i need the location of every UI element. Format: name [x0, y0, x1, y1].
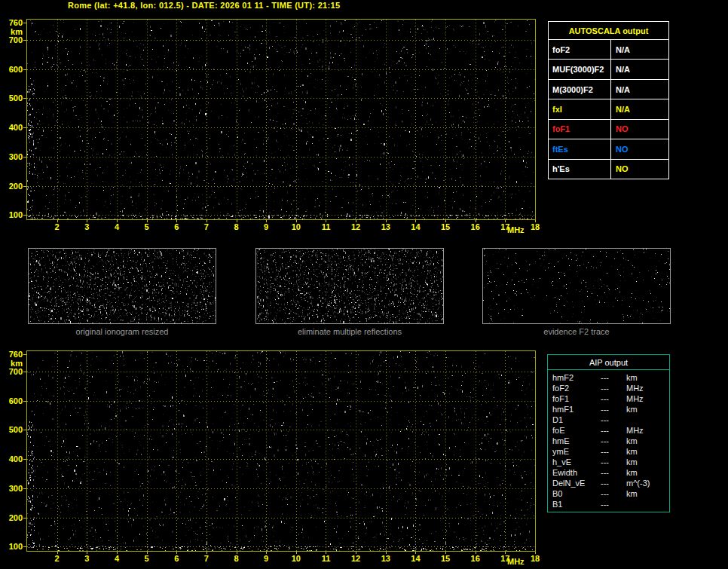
x-tick — [57, 220, 58, 222]
x-tick — [57, 552, 58, 554]
x-tick-label: 5 — [139, 222, 154, 231]
aip-row-label: h_vE — [552, 457, 601, 467]
x-tick-label: 11 — [318, 554, 333, 563]
aip-row-label: hmE — [552, 436, 601, 446]
aip-row: B0---km — [552, 488, 669, 499]
autoscala-row-label: fxI — [549, 99, 611, 118]
aip-row-value: --- — [601, 372, 626, 383]
autoscala-output-table: AUTOSCALA output foF2N/AMUF(3000)F2N/AM(… — [548, 21, 669, 179]
aip-row-value: --- — [601, 393, 626, 404]
panel-evidence-f2 — [482, 248, 671, 324]
aip-row: D1--- — [552, 415, 669, 425]
y-tick-label: 300 — [0, 152, 23, 161]
aip-row-value: --- — [601, 446, 626, 457]
aip-row-value: --- — [601, 457, 626, 467]
x-tick — [326, 552, 326, 554]
autoscala-table-rows: foF2N/AMUF(3000)F2N/AM(3000)F2N/AfxIN/Af… — [549, 40, 668, 179]
y-tick-label: 200 — [0, 513, 23, 522]
y-tick — [23, 430, 26, 430]
y-tick-label: 600 — [0, 396, 23, 405]
aip-row-label: B0 — [552, 488, 601, 499]
autoscala-row-value: NO — [611, 139, 668, 158]
x-tick — [386, 220, 387, 222]
aip-table-body: hmF2---kmfoF2---MHzfoF1---MHzhmF1---kmD1… — [548, 370, 669, 509]
y-tick-label: 400 — [0, 123, 23, 132]
y-tick — [23, 127, 26, 128]
x-tick-label: 16 — [468, 554, 483, 563]
autoscala-row: M(3000)F2N/A — [549, 80, 668, 99]
x-tick-label: 9 — [258, 222, 274, 231]
aip-output-table: AIP output hmF2---kmfoF2---MHzfoF1---MHz… — [547, 354, 670, 512]
y-tick — [23, 518, 26, 519]
aip-row-unit: km — [626, 436, 669, 446]
ionogram-canvas-bottom — [27, 351, 535, 551]
aip-row-label: hmF1 — [552, 404, 601, 415]
x-tick — [535, 552, 536, 554]
x-tick-label: 8 — [229, 222, 244, 231]
ionogram-canvas-top — [27, 20, 535, 219]
x-tick-label: 6 — [169, 222, 184, 231]
x-tick-label: 9 — [258, 554, 274, 563]
aip-row-unit: km — [626, 404, 669, 415]
aip-row-value: --- — [601, 499, 626, 509]
x-tick — [266, 552, 267, 554]
aip-row-unit — [626, 499, 669, 509]
x-tick-label: 10 — [289, 222, 304, 231]
aip-row-unit: MHz — [626, 383, 669, 393]
x-tick — [87, 220, 87, 222]
x-tick-label: 12 — [348, 554, 363, 563]
panel-original-ionogram — [28, 248, 216, 324]
y-tick — [23, 186, 26, 187]
x-tick-label: 4 — [109, 222, 124, 231]
aip-row-label: Ewidth — [552, 467, 601, 478]
y-tick-label: 760 — [0, 18, 23, 27]
y-tick — [23, 98, 26, 99]
autoscala-row-label: MUF(3000)F2 — [549, 60, 611, 78]
aip-row-unit: km — [626, 372, 669, 383]
y-tick-label: 700 — [0, 35, 23, 44]
y-tick-label: 700 — [0, 367, 23, 376]
y-tick-label: 600 — [0, 65, 23, 74]
y-tick-label: 100 — [0, 210, 23, 219]
x-tick — [147, 552, 148, 554]
aip-row: foF2---MHz — [552, 383, 669, 393]
x-tick-label: 4 — [109, 554, 124, 563]
aip-row-unit: km — [626, 457, 669, 467]
x-tick-label: 10 — [289, 554, 304, 563]
x-tick-label: 18 — [528, 222, 543, 231]
aip-row: DelN_vE---m^(-3) — [552, 478, 669, 488]
y-tick — [23, 40, 26, 41]
panel-eliminate-canvas — [256, 249, 443, 323]
aip-row-unit: km — [626, 467, 669, 478]
x-tick-label: 8 — [229, 554, 244, 563]
x-tick-label: 6 — [169, 554, 184, 563]
x-tick — [296, 220, 297, 222]
autoscala-row: ftEsNO — [549, 139, 668, 159]
x-tick-label: 5 — [139, 554, 154, 563]
ionogram-plot-top — [26, 19, 536, 220]
x-tick-label: 7 — [199, 222, 214, 231]
panel-original-canvas — [29, 249, 216, 323]
y-tick — [23, 459, 26, 460]
x-tick — [296, 552, 297, 554]
y-tick — [23, 546, 26, 547]
aip-row-value: --- — [601, 425, 626, 436]
x-tick — [386, 552, 387, 554]
x-tick — [117, 552, 118, 554]
autoscala-row-value: N/A — [611, 60, 668, 78]
x-tick — [445, 220, 446, 222]
x-tick — [356, 220, 356, 222]
autoscala-row-label: ftEs — [549, 139, 611, 158]
x-tick — [415, 220, 416, 222]
x-tick — [476, 552, 476, 554]
aip-row-value: --- — [601, 478, 626, 488]
x-tick — [476, 220, 476, 222]
x-tick — [237, 552, 237, 554]
y-tick — [23, 157, 26, 158]
aip-row-unit: m^(-3) — [626, 478, 669, 488]
aip-row-label: B1 — [552, 499, 601, 509]
x-tick — [505, 552, 506, 554]
aip-row: foE---MHz — [552, 425, 669, 436]
y-tick — [23, 23, 26, 23]
x-tick — [206, 552, 207, 554]
